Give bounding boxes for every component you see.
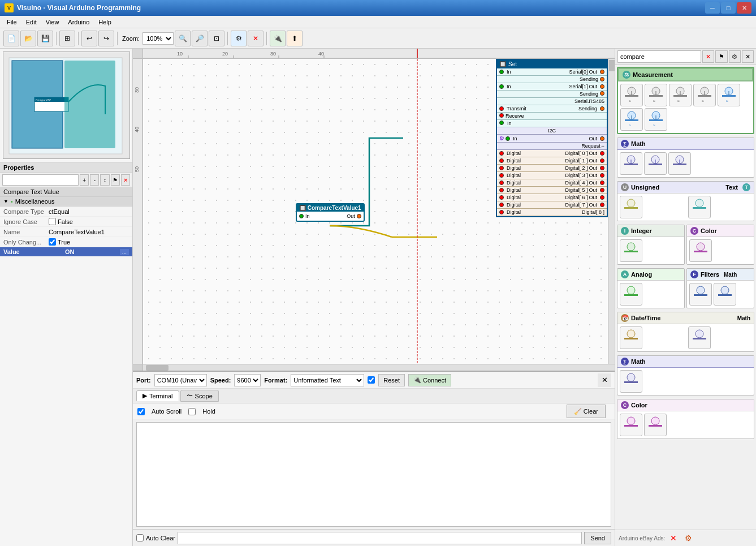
comp-icon-6[interactable]: ≈ xyxy=(645,108,667,131)
canvas-vscroll[interactable] xyxy=(608,59,615,364)
unsigned-header[interactable]: U Unsigned Text T xyxy=(617,182,754,194)
disconnect-button[interactable]: ✕ xyxy=(598,373,611,387)
color-comp-0[interactable] xyxy=(689,239,712,262)
connect-button[interactable]: 🔌 Connect xyxy=(408,374,451,386)
comp-icon-0[interactable]: ≈ xyxy=(620,84,643,106)
menu-view[interactable]: View xyxy=(41,18,64,27)
save-button[interactable]: 💾 xyxy=(37,31,53,46)
arduino-button[interactable]: 🔌 xyxy=(270,31,286,46)
zoom-out-button[interactable]: 🔎 xyxy=(192,31,208,46)
comp-icon-4[interactable]: ≈ xyxy=(718,84,740,106)
zoom-fit-button[interactable]: ⊡ xyxy=(209,31,224,46)
prop-value-edit[interactable]: ... xyxy=(120,249,129,255)
auto-scroll-checkbox[interactable] xyxy=(137,408,145,415)
analog-comp-0[interactable] xyxy=(620,283,642,306)
hold-checkbox[interactable] xyxy=(188,408,196,415)
math-header[interactable]: ∑ Math xyxy=(617,138,754,150)
format-select[interactable]: Unformatted Text xyxy=(291,374,364,386)
minimize-button[interactable]: ─ xyxy=(705,2,720,14)
prop-collapse-button[interactable]: - xyxy=(90,174,99,186)
hscroll-thumb[interactable] xyxy=(146,365,169,371)
stop-button[interactable]: ✕ xyxy=(248,31,263,46)
math2-header[interactable]: ∑ Math xyxy=(617,356,754,368)
menu-file[interactable]: File xyxy=(2,18,21,27)
menu-edit[interactable]: Edit xyxy=(21,18,41,27)
maximize-button[interactable]: □ xyxy=(721,2,736,14)
comp-icon-1[interactable]: ≈ xyxy=(645,84,667,106)
datetime-math-0[interactable] xyxy=(688,326,711,349)
s1-out-label: Out xyxy=(589,84,597,89)
math-comp-1[interactable] xyxy=(644,152,667,175)
math2-comp-0[interactable] xyxy=(620,370,642,393)
properties-search[interactable] xyxy=(2,174,79,186)
canvas-scroll[interactable]: 🔲 CompareTextValue1 In Out xyxy=(143,59,615,364)
prop-expand-button[interactable]: + xyxy=(80,174,89,186)
datetime-comp-0[interactable] xyxy=(620,326,642,349)
new-button[interactable]: 📄 xyxy=(3,31,19,46)
minimap[interactable]: CompareTV xyxy=(3,51,130,159)
color-header[interactable]: C Color xyxy=(687,225,754,237)
unsigned-comp-0[interactable] xyxy=(620,196,642,218)
compile-button[interactable]: ⚙ xyxy=(231,31,247,46)
port-select[interactable]: COM10 (Unav xyxy=(154,374,207,386)
digital4-row: Digital Digital[ 4 ] Out xyxy=(497,179,607,187)
menu-help[interactable]: Help xyxy=(94,18,116,27)
prop-ignore-case-checkbox[interactable] xyxy=(49,218,56,225)
ads-close-button[interactable]: ✕ xyxy=(667,532,680,544)
math-comp-0[interactable] xyxy=(620,152,642,175)
search-clear-button[interactable]: ✕ xyxy=(702,50,714,63)
svg-text:40: 40 xyxy=(134,127,140,132)
datetime-header[interactable]: 📅 Date/Time Math xyxy=(617,312,754,324)
terminal-input[interactable] xyxy=(178,532,582,544)
math-comp-2[interactable] xyxy=(668,152,691,175)
integer-label: Integer xyxy=(631,227,652,234)
text-comp-0[interactable] xyxy=(688,196,711,218)
vscroll-thumb[interactable] xyxy=(609,60,615,71)
open-button[interactable]: 📂 xyxy=(20,31,36,46)
reset-checkbox[interactable] xyxy=(368,376,375,384)
undo-button[interactable]: ↩ xyxy=(81,31,97,46)
comp-icon-2[interactable]: ≈ xyxy=(669,84,692,106)
prop-close-button[interactable]: ✕ xyxy=(121,174,130,186)
search-filter-button[interactable]: ⚑ xyxy=(715,50,727,63)
upload-button[interactable]: ⬆ xyxy=(287,31,303,46)
send-button[interactable]: Send xyxy=(584,532,611,544)
color2-header[interactable]: C Color xyxy=(617,399,754,411)
comp-icon-5[interactable]: ≈ xyxy=(620,108,643,131)
analog-header[interactable]: A Analog xyxy=(617,269,684,281)
comp-icon-3[interactable]: ≈ xyxy=(693,84,716,106)
filters-header[interactable]: F Filters Math xyxy=(687,269,754,281)
search-close-button[interactable]: ✕ xyxy=(742,50,754,63)
color2-comp-1[interactable] xyxy=(644,414,667,436)
ads-settings-button[interactable]: ⚙ xyxy=(682,532,694,544)
tab-terminal[interactable]: ▶ Terminal xyxy=(136,390,179,401)
measurement-header[interactable]: ⚖ Measurement xyxy=(618,68,753,81)
terminal-area[interactable] xyxy=(136,422,611,527)
reset-button[interactable]: Reset xyxy=(378,374,405,386)
speed-select[interactable]: 9600 xyxy=(234,374,261,386)
menu-arduino[interactable]: Arduino xyxy=(63,18,94,27)
prop-sort-button[interactable]: ↕ xyxy=(100,174,109,186)
prop-only-change-checkbox[interactable] xyxy=(49,238,56,246)
zoom-select[interactable]: 100% 50% 75% 125% 150% 200% xyxy=(142,32,174,45)
filters-comp-1[interactable] xyxy=(714,283,736,306)
tab-scope[interactable]: 〜 Scope xyxy=(180,390,219,402)
auto-clear-checkbox[interactable] xyxy=(136,534,144,541)
search-settings-button[interactable]: ⚙ xyxy=(729,50,741,63)
zoom-in-button[interactable]: 🔍 xyxy=(175,31,191,46)
transmit-row: Transmit Sending xyxy=(497,105,607,113)
integer-comp-0[interactable] xyxy=(620,239,642,262)
compare-text-block[interactable]: 🔲 CompareTextValue1 In Out xyxy=(296,203,365,222)
canvas-hscroll[interactable] xyxy=(133,364,615,371)
serial1-row: In Serial[1] Out xyxy=(497,83,607,91)
clear-button[interactable]: 🧹 Clear xyxy=(567,405,606,418)
hscroll-track[interactable] xyxy=(143,364,615,371)
search-input[interactable] xyxy=(617,50,701,63)
integer-header[interactable]: I Integer xyxy=(617,225,684,237)
close-button[interactable]: ✕ xyxy=(737,2,751,14)
grid-button[interactable]: ⊞ xyxy=(59,31,75,46)
prop-filter-button[interactable]: ⚑ xyxy=(111,174,120,186)
filters-comp-0[interactable] xyxy=(689,283,712,306)
redo-button[interactable]: ↪ xyxy=(98,31,114,46)
color2-comp-0[interactable] xyxy=(620,414,642,436)
